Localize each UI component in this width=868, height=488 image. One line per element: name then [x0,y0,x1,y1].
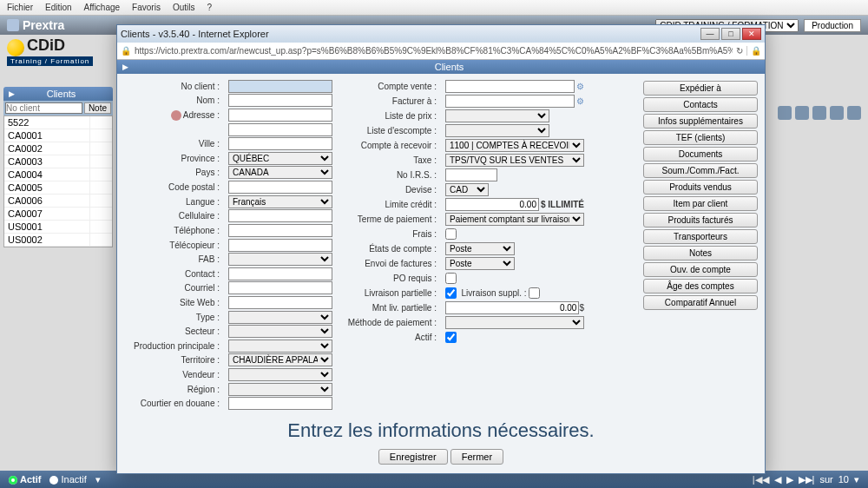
client-search-input[interactable] [5,102,82,114]
facturer-a-field[interactable] [445,95,575,108]
produits-factures-button[interactable]: Produits facturés [643,213,758,228]
adresse-field-1[interactable] [228,109,332,122]
prod-princ-select[interactable] [228,340,332,353]
adresse-field-2[interactable] [228,123,332,136]
devise-select[interactable]: CAD [445,183,489,196]
documents-button[interactable]: Documents [643,147,758,162]
age-comptes-button[interactable]: Âge des comptes [643,279,758,293]
gear-icon[interactable]: ⚙ [576,96,584,106]
courriel-field[interactable] [228,281,332,294]
ie-title-bar[interactable]: Clients - v3.5.40 - Internet Explorer — … [117,25,765,43]
toolbar-icon[interactable] [795,106,809,120]
ie-address-bar[interactable]: 🔒 https://victo.prextra.com/ar/newcust_u… [117,43,765,60]
nav-last-icon[interactable]: ▶▶| [799,474,815,485]
nav-down-icon[interactable]: ▾ [854,474,859,485]
expand-icon[interactable]: ▶ [9,89,15,98]
nav-prev-icon[interactable]: ◀ [774,474,781,485]
limite-credit-field[interactable] [445,198,539,211]
livraison-suppl-checkbox[interactable] [529,287,540,299]
limite-credit-suffix: $ ILLIMITÉ [541,200,584,209]
telecopieur-field[interactable] [228,239,332,252]
langue-select[interactable]: Français [228,195,332,208]
actif-label: Actif [20,474,41,485]
produits-vendus-button[interactable]: Produits vendus [643,180,758,195]
expedier-a-button[interactable]: Expédier à [643,81,758,96]
courtier-field[interactable] [228,397,332,410]
label-devise: Devise : [341,182,437,197]
minimize-button[interactable]: — [700,28,720,40]
gear-icon[interactable]: ⚙ [576,82,584,91]
comparatif-annuel-button[interactable]: Comparatif Annuel [643,295,758,310]
label-telecopieur: Télécopieur : [124,238,220,253]
refresh-icon[interactable]: ↻ [736,46,743,56]
menu-fichier[interactable]: Fichier [7,3,33,12]
taxe-select[interactable]: TPS/TVQ SUR LES VENTES [445,154,584,167]
etats-compte-select[interactable]: Poste [445,242,515,255]
radio-inactif[interactable] [49,476,58,485]
nom-field[interactable] [228,94,332,107]
maximize-button[interactable]: □ [721,28,740,40]
compte-recevoir-select[interactable]: 1100 | COMPTES À RECEVOIR [445,139,584,152]
methode-paiement-select[interactable] [445,316,584,329]
vendeur-select[interactable] [228,368,332,381]
menu-help[interactable]: ? [207,3,212,12]
code-postal-field[interactable] [228,181,332,194]
clients-list[interactable]: 5522 CA0001 CA0002 CA0003 CA0004 CA0005 … [3,115,113,247]
territoire-select[interactable]: CHAUDIÈRE APPALACHES [228,353,332,366]
ouv-compte-button[interactable]: Ouv. de compte [643,262,758,277]
livraison-partielle-checkbox[interactable] [445,287,457,299]
envoi-factures-select[interactable]: Poste [445,257,515,270]
actif-checkbox[interactable] [445,332,457,343]
type-select[interactable] [228,311,332,324]
production-button[interactable]: Production [804,19,861,32]
nav-next-icon[interactable]: ▶ [786,474,793,485]
save-button[interactable]: Enregistrer [378,449,448,465]
label-contact: Contact : [124,267,220,281]
toolbar-icon[interactable] [847,106,861,120]
toolbar-icon[interactable] [812,106,826,120]
notes-button[interactable]: Notes [643,246,758,260]
ville-field[interactable] [228,137,332,150]
telephone-field[interactable] [228,224,332,237]
toolbar-icon[interactable] [830,106,844,120]
tef-clients-button[interactable]: TEF (clients) [643,130,758,145]
fab-select[interactable] [228,253,332,266]
toolbar-icon[interactable] [778,106,792,120]
po-requis-checkbox[interactable] [445,273,457,284]
filter-icon[interactable]: ▾ [95,474,101,485]
no-irs-field[interactable] [445,168,497,181]
menu-outils[interactable]: Outils [173,3,195,12]
soum-comm-fact-button[interactable]: Soum./Comm./Fact. [643,163,758,178]
liste-prix-select[interactable] [445,109,549,122]
clients-side-panel: ▶ Clients Note 5522 CA0001 CA0002 CA0003… [3,87,113,247]
site-web-field[interactable] [228,296,332,309]
pays-select[interactable]: CANADA [228,166,332,179]
infos-suppl-button[interactable]: Infos supplémentaires [643,114,758,129]
contact-field[interactable] [228,267,332,280]
mnt-liv-partielle-field[interactable] [445,301,579,314]
page-total: 10 [838,474,849,485]
cellulaire-field[interactable] [228,209,332,222]
nav-first-icon[interactable]: |◀◀ [753,474,769,485]
label-territoire: Territoire : [124,353,220,368]
no-client-field[interactable] [228,80,332,93]
terme-paiement-select[interactable]: Paiement comptant sur livraison [445,213,584,226]
close-button[interactable]: ✕ [742,28,761,40]
radio-actif[interactable] [9,476,17,485]
region-select[interactable] [228,383,332,396]
contacts-button[interactable]: Contacts [643,97,758,112]
cancel-button[interactable]: Fermer [450,449,503,465]
secteur-select[interactable] [228,325,332,338]
menu-edition[interactable]: Edition [45,3,72,12]
frais-checkbox[interactable] [445,228,457,240]
item-par-client-button[interactable]: Item par client [643,196,758,211]
transporteurs-button[interactable]: Transporteurs [643,229,758,244]
menu-favoris[interactable]: Favoris [132,3,161,12]
list-item: CA0007 [4,208,112,221]
province-select[interactable]: QUÉBEC [228,152,332,165]
expand-icon[interactable]: ▶ [117,63,134,71]
compte-vente-field[interactable] [445,80,575,93]
liste-escompte-select[interactable] [445,124,549,137]
menu-affichage[interactable]: Affichage [84,3,121,12]
label-secteur: Secteur : [124,324,220,339]
